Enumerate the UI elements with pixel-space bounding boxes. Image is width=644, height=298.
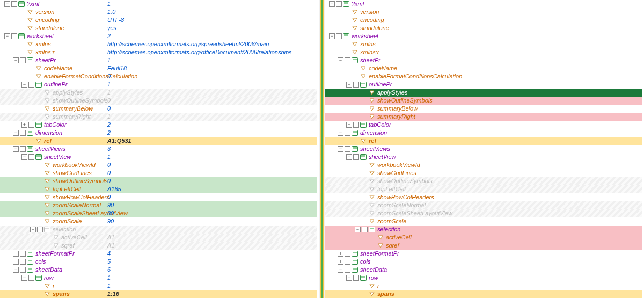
tree-row[interactable]: activeCellA1 [0,234,317,242]
expand-toggle[interactable]: + [13,259,19,265]
tree-row[interactable]: workbookViewId0 [325,161,642,169]
split-gutter[interactable] [319,0,325,298]
tree-row[interactable]: showOutlineSymbols0 [325,97,642,105]
tree-row[interactable]: codeNameFeuil18 [325,64,642,72]
tree-row[interactable]: encodingUTF-8 [325,16,642,24]
tree-row[interactable]: −sheetData6 [0,266,317,274]
tree-row[interactable]: −?xml1 [0,0,317,8]
tree-row[interactable]: spans1:17 [325,290,642,298]
tree-row[interactable]: version1.0 [0,8,317,16]
collapse-toggle[interactable]: − [30,227,36,232]
tree-row[interactable]: zoomScaleNormal90 [0,201,317,209]
tree-row[interactable]: encodingUTF-8 [0,16,317,24]
tree-row[interactable]: refA1:Q454 [325,137,642,145]
tree-row[interactable]: topLeftCellA185 [325,185,642,193]
tree-row[interactable]: −dimension2 [325,129,642,137]
tree-row[interactable]: −sheetPr1 [325,56,642,64]
collapse-toggle[interactable]: − [13,146,19,152]
tree-row[interactable]: applyStyles1 [0,89,317,97]
collapse-toggle[interactable]: − [346,154,352,160]
tree-row[interactable]: zoomScale90 [325,217,642,226]
tree-row[interactable]: refA1:Q531 [0,137,317,145]
tree-row[interactable]: +cols5 [0,258,317,266]
tree-row[interactable]: −worksheet2 [0,32,317,40]
tree-row[interactable]: −sheetPr1 [0,56,317,64]
tree-row[interactable]: codeNameFeuil18 [0,64,317,72]
expand-toggle[interactable]: + [346,122,352,128]
tree-row[interactable]: r1 [325,282,642,290]
collapse-toggle[interactable]: − [346,82,352,88]
tree-row[interactable]: sqrefA1 [325,242,642,250]
tree-row[interactable]: −outlinePr1 [325,81,642,89]
collapse-toggle[interactable]: − [13,267,19,273]
tree-row[interactable]: showGridLines0 [325,169,642,177]
tree-row[interactable]: +cols5 [325,258,642,266]
collapse-toggle[interactable]: − [21,82,27,88]
tree-row[interactable]: −sheetView1 [0,153,317,161]
tree-row[interactable]: showRowColHeaders0 [0,193,317,201]
collapse-toggle[interactable]: − [355,227,361,232]
right-pane[interactable]: −?xml1version1.0encodingUTF-8standaloney… [325,0,644,298]
collapse-toggle[interactable]: − [338,146,343,152]
collapse-toggle[interactable]: − [4,1,10,7]
tree-row[interactable]: standaloneyes [325,24,642,32]
tree-row[interactable]: enableFormatConditionsCalculation0 [0,72,317,81]
tree-row[interactable]: +tabColor2 [0,121,317,129]
tree-row[interactable]: −row1 [0,274,317,282]
tree-row[interactable]: −outlinePr1 [0,81,317,89]
collapse-toggle[interactable]: − [346,275,352,281]
tree-row[interactable]: xmlnshttp://schemas.openxmlformats.org/s… [0,40,317,48]
tree-row[interactable]: workbookViewId0 [0,161,317,169]
tree-row[interactable]: showGridLines0 [0,169,317,177]
expand-toggle[interactable]: + [13,251,19,257]
tree-row[interactable]: summaryRight1 [0,113,317,121]
tree-row[interactable]: xmlnshttp://schemas.openxmlformats.org/s… [325,40,642,48]
collapse-toggle[interactable]: − [329,1,335,7]
tree-row[interactable]: summaryRight1 [325,113,642,121]
tree-row[interactable]: zoomScaleNormal90 [325,201,642,209]
tree-row[interactable]: −sheetViews3 [325,145,642,153]
tree-row[interactable]: showOutlineSymbols0 [325,177,642,185]
expand-toggle[interactable]: + [338,251,343,257]
tree-row[interactable]: zoomScaleSheetLayoutView80 [0,209,317,217]
collapse-toggle[interactable]: − [4,33,10,39]
tree-row[interactable]: summaryBelow0 [0,105,317,113]
collapse-toggle[interactable]: − [338,130,343,136]
tree-row[interactable]: enableFormatConditionsCalculation0 [325,72,642,81]
tree-row[interactable]: +tabColor2 [325,121,642,129]
tree-row[interactable]: −sheetData6 [325,266,642,274]
tree-row[interactable]: +sheetFormatPr4 [325,250,642,258]
tree-row[interactable]: showOutlineSymbols0 [0,177,317,185]
tree-row[interactable]: −worksheet2 [325,32,642,40]
tree-row[interactable]: showRowColHeaders0 [325,193,642,201]
collapse-toggle[interactable]: − [13,130,19,136]
tree-row[interactable]: summaryBelow0 [325,105,642,113]
tree-row[interactable]: applyStyles1 [325,89,642,97]
left-pane[interactable]: −?xml1version1.0encodingUTF-8standaloney… [0,0,319,298]
tree-row[interactable]: sqrefA1 [0,242,317,250]
tree-row[interactable]: version1.0 [325,8,642,16]
tree-row[interactable]: −selection [0,226,317,234]
tree-row[interactable]: zoomScaleSheetLayoutView80 [325,209,642,217]
tree-row[interactable]: activeCellA1 [325,234,642,242]
tree-row[interactable]: −row1 [325,274,642,282]
tree-row[interactable]: standaloneyes [0,24,317,32]
collapse-toggle[interactable]: − [21,275,27,281]
expand-toggle[interactable]: + [338,259,343,265]
collapse-toggle[interactable]: − [21,154,27,160]
collapse-toggle[interactable]: − [13,57,19,63]
tree-row[interactable]: −sheetView1 [325,153,642,161]
tree-row[interactable]: topLeftCellA185 [0,185,317,193]
collapse-toggle[interactable]: − [329,33,335,39]
tree-row[interactable]: zoomScale90 [0,217,317,226]
tree-row[interactable]: showOutlineSymbols0 [0,97,317,105]
tree-row[interactable]: r1 [0,282,317,290]
tree-row[interactable]: xmlns:rhttp://schemas.openxmlformats.org… [325,48,642,56]
tree-row[interactable]: −selection1 [325,226,642,234]
collapse-toggle[interactable]: − [338,57,343,63]
expand-toggle[interactable]: + [21,122,27,128]
tree-row[interactable]: +sheetFormatPr4 [0,250,317,258]
tree-row[interactable]: xmlns:rhttp://schemas.openxmlformats.org… [0,48,317,56]
collapse-toggle[interactable]: − [338,267,343,273]
tree-row[interactable]: spans1:16 [0,290,317,298]
